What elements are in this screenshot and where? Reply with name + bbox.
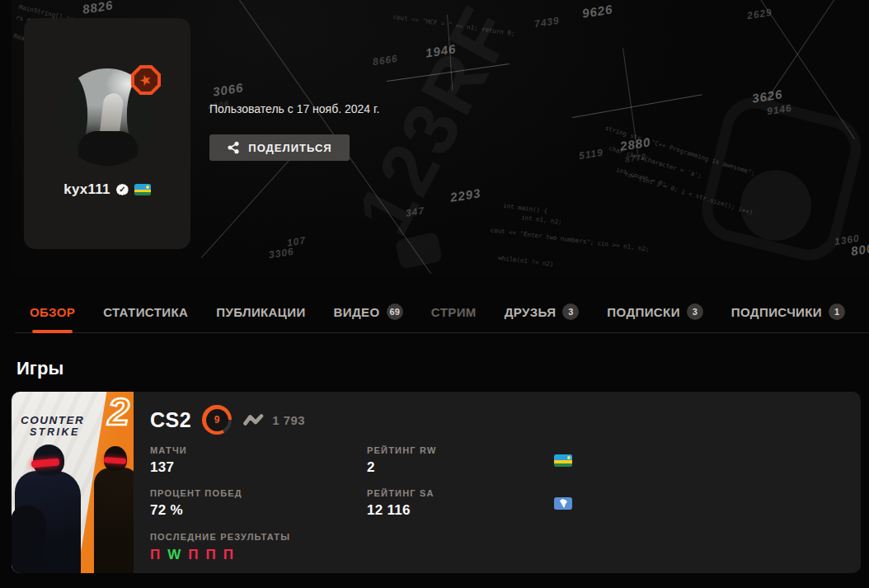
game-title-row: CS2 9 1 793 — [150, 404, 861, 435]
rating-rw-flag-cell — [554, 454, 861, 467]
background-number: 8666 — [372, 53, 399, 68]
score-row: 1 793 — [242, 412, 305, 427]
rating-sa-flag-cell — [554, 497, 861, 510]
verified-icon: ✓ — [116, 184, 129, 196]
background-number: 8826 — [82, 0, 115, 16]
tab-label: ОБЗОР — [30, 305, 75, 319]
background-code: while(n1 != n2) — [498, 254, 554, 268]
result-letter: П — [150, 547, 160, 563]
stat-matches: МАТЧИ 137 — [150, 445, 367, 476]
boxart-title-line1: COUNTER — [21, 414, 84, 426]
stat-label: МАТЧИ — [150, 445, 367, 455]
stat-label: РЕЙТИНГ RW — [367, 445, 554, 455]
tab-publications[interactable]: ПУБЛИКАЦИИ — [216, 303, 305, 320]
background-number: 3306 — [268, 246, 295, 261]
stat-value: 2 — [367, 459, 554, 476]
game-card-content: CS2 9 1 793 МАТЧИ 137 РЕЙТИНГ RW 2 — [134, 392, 861, 573]
cs2-boxart: COUNTER STRIKE 2 — [12, 392, 134, 573]
share-button[interactable]: ПОДЕЛИТЬСЯ — [209, 134, 350, 161]
tab-overview[interactable]: ОБЗОР — [30, 303, 75, 320]
tab-label: СТРИМ — [431, 305, 477, 319]
stat-label: РЕЙТИНГ SA — [367, 488, 554, 498]
stats-grid: МАТЧИ 137 РЕЙТИНГ RW 2 ПРОЦЕНТ ПОБЕД 72 … — [150, 445, 861, 519]
background-code: int n1, n2; — [521, 214, 562, 226]
recent-results-label: ПОСЛЕДНИЕ РЕЗУЛЬТАТЫ — [150, 532, 861, 542]
game-title: CS2 — [150, 408, 191, 432]
tab-label: ДРУЗЬЯ — [505, 305, 557, 319]
tab-count-badge: 1 — [829, 303, 845, 320]
watermark-camera-lens — [740, 170, 811, 241]
stat-winrate: ПРОЦЕНТ ПОБЕД 72 % — [150, 488, 367, 519]
share-button-label: ПОДЕЛИТЬСЯ — [248, 142, 331, 154]
background-number: 9626 — [581, 2, 614, 21]
rwanda-flag-icon — [554, 454, 572, 467]
tab-count-badge: 3 — [562, 303, 579, 320]
stat-value: 137 — [150, 459, 367, 476]
result-letter: W — [167, 547, 181, 563]
tab-stream[interactable]: СТРИМ — [431, 303, 477, 320]
tab-followers[interactable]: ПОДПИСЧИКИ 1 — [731, 303, 845, 320]
tab-label: ПУБЛИКАЦИИ — [216, 305, 305, 319]
result-letter: П — [188, 547, 198, 563]
stat-rating-sa: РЕЙТИНГ SA 12 116 — [367, 488, 554, 519]
game-card-cs2[interactable]: COUNTER STRIKE 2 CS2 9 1 793 МАТЧИ 137 Р… — [12, 392, 861, 573]
check-glyph: ✓ — [119, 186, 125, 194]
score-value: 1 793 — [272, 413, 305, 427]
stat-rating-rw: РЕЙТИНГ RW 2 — [367, 445, 554, 476]
boxart-numeral: 2 — [108, 392, 129, 433]
tab-label: ПОДПИСКИ — [607, 305, 679, 319]
star-glyph: ★ — [138, 72, 154, 89]
background-code: int main() { — [503, 202, 548, 215]
games-heading: Игры — [16, 358, 63, 379]
tab-label: ПОДПИСЧИКИ — [731, 305, 822, 319]
background-line — [766, 0, 840, 101]
recent-results: ПОСЛЕДНИЕ РЕЗУЛЬТАТЫ П W П П П — [150, 532, 861, 563]
background-number: 5119 — [578, 147, 604, 162]
profile-card: ★ kyx111 ✓ — [24, 18, 190, 249]
username-row: kyx111 ✓ — [24, 181, 190, 198]
background-number: 7439 — [533, 15, 561, 31]
share-icon — [227, 141, 240, 154]
tab-friends[interactable]: ДРУЗЬЯ 3 — [505, 303, 580, 320]
background-number: 800 — [850, 241, 869, 258]
stat-label: ПРОЦЕНТ ПОБЕД — [150, 488, 367, 498]
member-since-text: Пользователь с 17 нояб. 2024 г. — [209, 102, 379, 115]
level-badge: 9 — [202, 405, 232, 435]
tab-videos[interactable]: ВИДЕО 69 — [334, 303, 403, 320]
background-number: 2293 — [449, 186, 482, 205]
tab-count-badge: 69 — [387, 303, 403, 320]
watermark-text: 123RF — [340, 0, 531, 248]
boxart-figure — [94, 468, 134, 573]
boxart-title-line2: STRIKE — [30, 426, 80, 438]
tab-count-badge: 3 — [687, 303, 703, 320]
background-code: cout << "Enter two numbers"; cin >> n1, … — [490, 226, 650, 253]
recent-results-letters: П W П П П — [150, 547, 861, 563]
tab-label: ВИДЕО — [334, 305, 380, 319]
level-value: 9 — [214, 414, 220, 426]
tab-label: СТАТИСТИКА — [103, 305, 188, 319]
stat-value: 12 116 — [367, 502, 554, 519]
south-america-icon — [554, 497, 572, 510]
result-letter: П — [223, 547, 233, 563]
profile-tabs: ОБЗОР СТАТИСТИКА ПУБЛИКАЦИИ ВИДЕО 69 СТР… — [15, 299, 869, 333]
tab-statistics[interactable]: СТАТИСТИКА — [103, 303, 188, 320]
result-letter: П — [205, 547, 215, 563]
wave-icon — [242, 412, 265, 427]
background-line — [572, 94, 702, 118]
tab-following[interactable]: ПОДПИСКИ 3 — [607, 303, 702, 320]
country-flag-icon — [134, 184, 151, 195]
stat-value: 72 % — [150, 502, 367, 519]
username: kyx111 — [63, 181, 110, 198]
background-number: 3066 — [212, 80, 245, 99]
